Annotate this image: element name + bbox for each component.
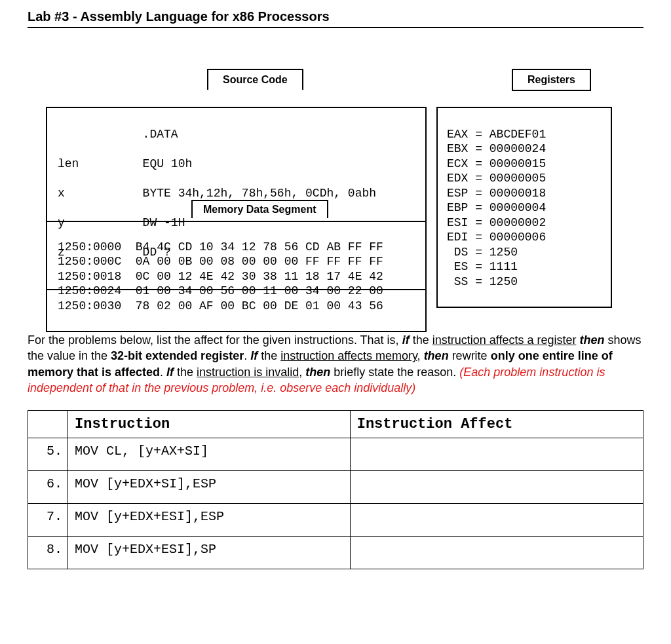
row-number: 7.	[28, 504, 68, 537]
text: .	[244, 349, 250, 362]
register-line: EDI = 00000006	[447, 231, 546, 244]
memory-dump-box: 1250:0000 B4 4C CD 10 34 12 78 56 CD AB …	[46, 221, 427, 332]
register-line: ESI = 00000002	[447, 216, 546, 229]
register-line: SS = 1250	[447, 275, 518, 288]
diagram-area: Source Code Registers .DATA len EQU 10h …	[28, 69, 643, 318]
table-row: 5. MOV CL, [y+AX+SI]	[28, 438, 643, 471]
text: ,	[417, 349, 424, 362]
row-affect[interactable]	[350, 537, 643, 569]
text: instruction is invalid	[197, 366, 299, 379]
register-line: EBP = 00000004	[447, 201, 546, 214]
text: instruction affects memory	[280, 349, 417, 362]
memory-line: 1250:0030 78 02 00 AF 00 BC 00 DE 01 00 …	[58, 299, 383, 313]
memory-line: 1250:000C 0A 00 0B 00 08 00 00 00 FF FF …	[58, 255, 383, 268]
table-header-affect: Instruction Affect	[350, 411, 643, 438]
text: then	[424, 349, 449, 362]
row-instruction: MOV [y+EDX+SI],ESP	[68, 471, 351, 504]
text: ,	[299, 366, 305, 379]
text: the	[410, 333, 432, 347]
table-row: 8. MOV [y+EDX+ESI],SP	[28, 537, 643, 569]
tab-registers: Registers	[512, 69, 591, 91]
text: if	[402, 333, 410, 347]
text: then	[305, 366, 330, 379]
source-line: x BYTE 34h,12h, 78h,56h, 0CDh, 0abh	[58, 186, 425, 201]
text: rewrite	[449, 349, 491, 362]
row-number: 6.	[28, 471, 68, 504]
table-row: 7. MOV [y+EDX+ESI],ESP	[28, 504, 643, 537]
text: 32-bit extended register	[111, 349, 244, 362]
register-line: ESP = 00000018	[447, 187, 546, 200]
row-number: 8.	[28, 537, 68, 569]
text: For the problems below, list the affect …	[28, 333, 402, 347]
memory-line: 1250:0018 0C 00 12 4E 42 30 38 11 18 17 …	[58, 270, 383, 283]
register-line: DS = 1250	[447, 246, 518, 259]
row-number: 5.	[28, 438, 68, 471]
tab-source-code: Source Code	[207, 69, 303, 90]
text: the	[174, 366, 197, 379]
text: If	[250, 349, 258, 362]
text: .	[160, 366, 166, 379]
answers-table: Instruction Instruction Affect 5. MOV CL…	[28, 410, 643, 569]
register-line: ES = 1111	[447, 260, 518, 273]
table-header-row: Instruction Instruction Affect	[28, 411, 643, 438]
source-line: len EQU 10h	[58, 157, 425, 172]
source-line: .DATA	[58, 127, 425, 142]
row-instruction: MOV CL, [y+AX+SI]	[68, 438, 351, 471]
row-affect[interactable]	[350, 504, 643, 537]
row-affect[interactable]	[350, 438, 643, 471]
registers-box: EAX = ABCDEF01 EBX = 00000024 ECX = 0000…	[436, 107, 612, 308]
memory-line: 1250:0000 B4 4C CD 10 34 12 78 56 CD AB …	[58, 240, 383, 254]
row-affect[interactable]	[350, 471, 643, 504]
text: If	[166, 366, 174, 379]
instructions-paragraph: For the problems below, list the affect …	[28, 332, 643, 396]
register-line: EAX = ABCDEF01	[447, 128, 546, 141]
register-line: EBX = 00000024	[447, 142, 546, 155]
table-header-blank	[28, 411, 68, 438]
table-header-instruction: Instruction	[68, 411, 351, 438]
tab-memory-segment: Memory Data Segment	[191, 200, 328, 218]
register-line: EDX = 00000005	[447, 172, 546, 185]
text: briefly state the reason.	[330, 366, 459, 379]
text: instruction affects a register	[432, 333, 577, 347]
table-row: 6. MOV [y+EDX+SI],ESP	[28, 471, 643, 504]
row-instruction: MOV [y+EDX+ESI],ESP	[68, 504, 351, 537]
memory-line: 1250:0024 01 00 34 00 56 00 11 00 34 00 …	[58, 284, 383, 297]
text: then	[579, 333, 604, 347]
text: the	[258, 349, 280, 362]
register-line: ECX = 00000015	[447, 157, 546, 170]
row-instruction: MOV [y+EDX+ESI],SP	[68, 537, 351, 569]
page-title: Lab #3 - Assembly Language for x86 Proce…	[28, 9, 643, 28]
